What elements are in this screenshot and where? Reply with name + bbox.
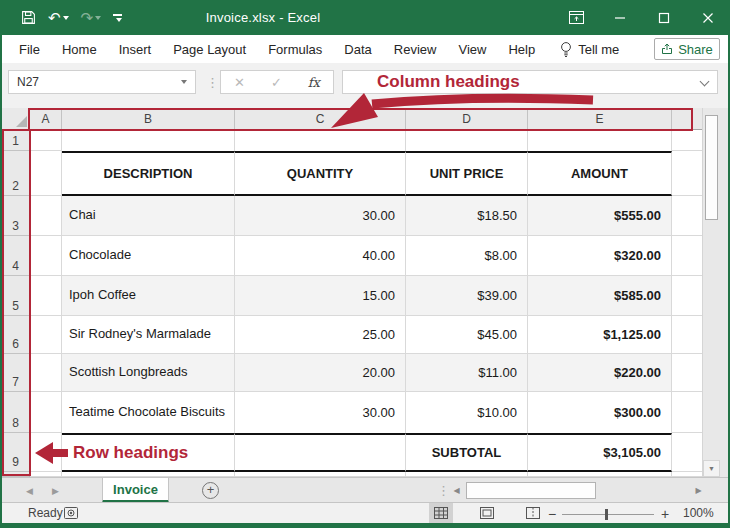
menu-item-data[interactable]: Data [333,42,382,57]
column-header-partial[interactable] [672,108,702,130]
next-sheet-icon[interactable]: ▶ [52,478,59,503]
cell-B4[interactable]: Chocolade [62,236,235,276]
sheet-tab-invoice[interactable]: Invoice [102,478,169,503]
cell-B1[interactable] [62,130,235,151]
cell-B9[interactable] [62,433,235,472]
scroll-right-icon[interactable]: ▶ [691,482,706,499]
close-button[interactable] [686,0,730,35]
cell-C9[interactable] [235,433,406,472]
select-all-button[interactable] [2,108,30,130]
zoom-in-icon[interactable]: + [661,506,669,522]
menu-item-insert[interactable]: Insert [108,42,163,57]
maximize-button[interactable] [642,0,686,35]
cell-E4[interactable]: $320.00 [528,236,672,276]
cell-E9[interactable]: $3,105.00 [528,433,672,472]
cell-A3[interactable] [30,196,62,236]
tell-me-button[interactable]: Tell me [560,41,619,58]
name-box-caret-icon[interactable] [181,80,187,84]
formula-bar-input[interactable]: Column headings [342,70,718,94]
ribbon-display-options-icon[interactable] [554,0,598,35]
cell-C5[interactable]: 15.00 [235,276,406,316]
cell-D5[interactable]: $39.00 [406,276,528,316]
cell-D9[interactable]: SUBTOTAL [406,433,528,472]
cell-partial9[interactable] [672,433,702,472]
cell-A1[interactable] [30,130,62,151]
view-normal-icon[interactable] [429,503,453,523]
scroll-left-icon[interactable]: ◀ [449,482,464,499]
cell-A2[interactable] [30,151,62,196]
menu-item-formulas[interactable]: Formulas [257,42,333,57]
column-header-A[interactable]: A [30,108,62,130]
menu-item-file[interactable]: File [8,42,51,57]
cell-partial8[interactable] [672,392,702,433]
row-header-9[interactable]: 9 [2,433,30,472]
row-header-5[interactable]: 5 [2,276,30,316]
cell-A6[interactable] [30,316,62,354]
cell-B5[interactable]: Ipoh Coffee [62,276,235,316]
horizontal-scrollbar-thumb[interactable] [466,482,596,499]
cell-partial7[interactable] [672,354,702,392]
zoom-slider[interactable] [562,514,654,515]
menu-item-review[interactable]: Review [383,42,448,57]
insert-function-icon[interactable]: fx [308,75,320,90]
cell-E3[interactable]: $555.00 [528,196,672,236]
enter-icon[interactable]: ✓ [271,75,282,90]
cell-C4[interactable]: 40.00 [235,236,406,276]
save-icon[interactable] [18,5,39,31]
view-page-break-icon[interactable] [521,503,545,523]
column-header-C[interactable]: C [235,108,406,130]
macro-record-icon[interactable] [64,507,78,522]
cancel-icon[interactable]: ✕ [234,75,245,90]
cell-E2[interactable]: AMOUNT [528,151,672,196]
menu-item-help[interactable]: Help [497,42,546,57]
menu-item-view[interactable]: View [447,42,497,57]
row-header-3[interactable]: 3 [2,196,30,236]
cell-D8[interactable]: $10.00 [406,392,528,433]
undo-icon[interactable]: ↶ [45,5,72,31]
cell-A4[interactable] [30,236,62,276]
cell-B2[interactable]: DESCRIPTION [62,151,235,196]
horizontal-scrollbar[interactable]: ◀ ▶ [449,482,706,499]
cell-B7[interactable]: Scottish Longbreads [62,354,235,392]
menu-item-page-layout[interactable]: Page Layout [162,42,257,57]
zoom-slider-handle[interactable] [605,509,608,520]
cell-B6[interactable]: Sir Rodney's Marmalade [62,316,235,354]
cell-E5[interactable]: $585.00 [528,276,672,316]
cell-partial3[interactable] [672,196,702,236]
cell-D4[interactable]: $8.00 [406,236,528,276]
column-header-D[interactable]: D [406,108,528,130]
cell-partial5[interactable] [672,276,702,316]
zoom-out-icon[interactable]: − [548,506,556,522]
row-header-2[interactable]: 2 [2,151,30,196]
new-sheet-icon[interactable]: + [202,482,219,499]
cell-E7[interactable]: $220.00 [528,354,672,392]
cell-C1[interactable] [235,130,406,151]
cell-E1[interactable] [528,130,672,151]
cell-B8[interactable]: Teatime Chocolate Biscuits [62,392,235,433]
column-header-B[interactable]: B [62,108,235,130]
cell-A7[interactable] [30,354,62,392]
vertical-scrollbar-thumb[interactable] [705,115,718,220]
vertical-scrollbar[interactable]: ▼ [702,108,719,477]
cell-E6[interactable]: $1,125.00 [528,316,672,354]
cell-C8[interactable]: 30.00 [235,392,406,433]
cell-partial2[interactable] [672,151,702,196]
minimize-button[interactable] [598,0,642,35]
cell-partial1[interactable] [672,130,702,151]
row-header-4[interactable]: 4 [2,236,30,276]
row-header-8[interactable]: 8 [2,392,30,433]
share-button[interactable]: Share [654,38,720,60]
cell-A8[interactable] [30,392,62,433]
cell-D6[interactable]: $45.00 [406,316,528,354]
cell-A9[interactable] [30,433,62,472]
cell-D3[interactable]: $18.50 [406,196,528,236]
cell-partial4[interactable] [672,236,702,276]
cell-partial6[interactable] [672,316,702,354]
name-box[interactable]: N27 [8,70,196,94]
prev-sheet-icon[interactable]: ◀ [26,478,33,503]
cell-A5[interactable] [30,276,62,316]
cell-C2[interactable]: QUANTITY [235,151,406,196]
cell-D2[interactable]: UNIT PRICE [406,151,528,196]
row-header-6[interactable]: 6 [2,316,30,354]
customize-toolbar-icon[interactable] [110,5,125,31]
